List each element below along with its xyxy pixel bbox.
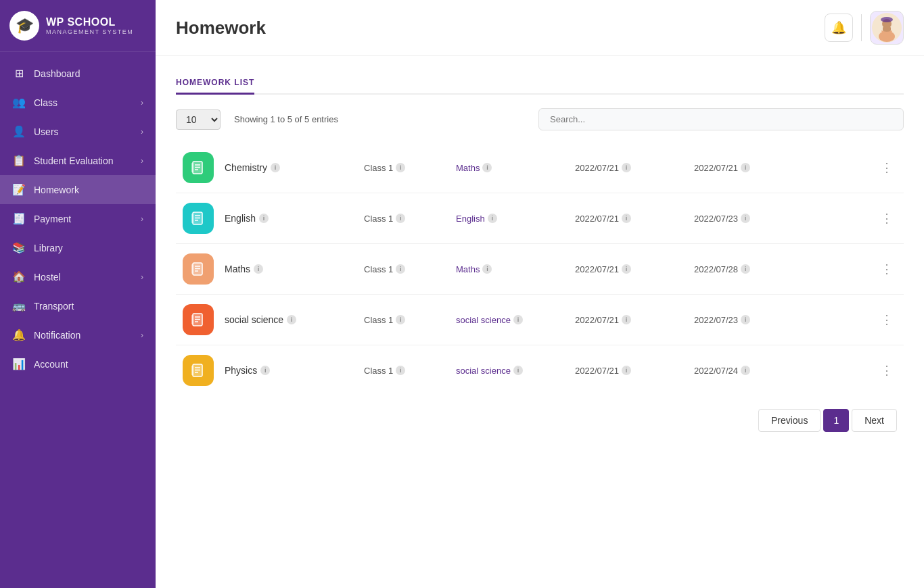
page-title: Homework <box>176 18 266 39</box>
sidebar-item-class[interactable]: 👥 Class › <box>0 88 156 117</box>
sidebar-item-dashboard[interactable]: ⊞ Dashboard <box>0 59 156 88</box>
homework-date1-info-0[interactable]: i <box>622 163 631 172</box>
homework-date2-2: 2022/07/28 i <box>694 264 866 274</box>
homework-subject-4: social science i <box>456 366 564 376</box>
homework-class-info-2[interactable]: i <box>396 264 405 274</box>
homework-date2-info-0[interactable]: i <box>741 163 750 172</box>
homework-actions-4[interactable]: ⋮ <box>877 363 897 378</box>
sidebar-label-account: Account <box>34 359 143 370</box>
homework-name-3: social science i <box>225 314 353 325</box>
sidebar-label-hostel: Hostel <box>34 272 133 283</box>
entries-select[interactable]: 10 5 25 50 100 <box>176 109 221 130</box>
homework-subject-info-2[interactable]: i <box>482 264 492 274</box>
svg-point-4 <box>881 17 893 22</box>
homework-date1-3: 2022/07/21 i <box>575 315 683 325</box>
homework-class-info-0[interactable]: i <box>396 163 405 172</box>
homework-date1-info-1[interactable]: i <box>622 214 631 223</box>
search-input[interactable] <box>538 108 904 130</box>
homework-actions-1[interactable]: ⋮ <box>877 211 897 226</box>
homework-name-0: Chemistry i <box>225 162 353 173</box>
page-1-button[interactable]: 1 <box>823 409 849 432</box>
sidebar-label-student-evaluation: Student Evaluation <box>34 155 133 166</box>
homework-subject-1: English i <box>456 214 564 224</box>
notebook-icon <box>190 210 206 226</box>
sidebar-icon-library: 📚 <box>12 241 26 254</box>
sidebar-icon-account: 📊 <box>12 358 26 370</box>
homework-name-info-3[interactable]: i <box>287 315 296 324</box>
homework-actions-0[interactable]: ⋮ <box>877 160 897 175</box>
sidebar-item-transport[interactable]: 🚌 Transport <box>0 291 156 320</box>
sidebar-label-class: Class <box>34 97 133 108</box>
homework-class-info-3[interactable]: i <box>396 315 405 324</box>
homework-subject-info-0[interactable]: i <box>482 163 492 172</box>
sidebar-item-homework[interactable]: 📝 Homework <box>0 175 156 204</box>
sidebar-item-library[interactable]: 📚 Library <box>0 233 156 262</box>
homework-class-info-1[interactable]: i <box>396 214 405 223</box>
homework-subject-info-3[interactable]: i <box>513 315 523 324</box>
pagination: Previous 1 Next <box>176 395 904 445</box>
next-button[interactable]: Next <box>852 409 897 432</box>
homework-name-2: Maths i <box>225 264 353 274</box>
homework-date1-1: 2022/07/21 i <box>575 214 683 224</box>
table-row: social science i Class 1 i social scienc… <box>176 295 904 345</box>
tab-bar: HOMEWORK LIST <box>176 72 904 95</box>
sidebar-item-student-evaluation[interactable]: 📋 Student Evaluation › <box>0 146 156 175</box>
sidebar-item-notification[interactable]: 🔔 Notification › <box>0 320 156 349</box>
sidebar-label-homework: Homework <box>34 185 143 195</box>
homework-name-info-0[interactable]: i <box>271 163 280 172</box>
sidebar-label-notification: Notification <box>34 330 133 341</box>
table-controls: 10 5 25 50 100 Showing 1 to 5 of 5 entri… <box>176 108 904 130</box>
homework-date1-4: 2022/07/21 i <box>575 366 683 376</box>
sidebar-arrow-student-evaluation: › <box>141 156 143 166</box>
table-row: Chemistry i Class 1 i Maths i 2022/07/21… <box>176 143 904 193</box>
sidebar-icon-transport: 🚌 <box>12 299 26 312</box>
sidebar-item-payment[interactable]: 🧾 Payment › <box>0 204 156 233</box>
content-area: HOMEWORK LIST 10 5 25 50 100 Showing 1 t… <box>156 56 924 588</box>
notebook-icon <box>190 362 206 378</box>
sidebar: 🎓 WP SCHOOL MANAGEMENT SYSTEM ⊞ Dashboar… <box>0 0 156 588</box>
sidebar-icon-student-evaluation: 📋 <box>12 154 26 167</box>
homework-date2-info-4[interactable]: i <box>741 366 750 375</box>
homework-class-4: Class 1 i <box>364 366 445 376</box>
svg-rect-22 <box>191 264 193 274</box>
notification-bell-button[interactable]: 🔔 <box>825 14 853 42</box>
sidebar-arrow-class: › <box>141 98 143 107</box>
homework-actions-3[interactable]: ⋮ <box>877 312 897 327</box>
sidebar-label-transport: Transport <box>34 301 143 312</box>
sidebar-item-account[interactable]: 📊 Account <box>0 349 156 378</box>
logo-subtitle: MANAGEMENT SYSTEM <box>46 28 133 35</box>
sidebar-arrow-hostel: › <box>141 272 143 282</box>
svg-rect-34 <box>191 366 193 375</box>
homework-date2-info-1[interactable]: i <box>741 214 750 223</box>
homework-date1-info-3[interactable]: i <box>622 315 631 324</box>
user-avatar[interactable] <box>870 11 904 45</box>
homework-name-1: English i <box>225 213 353 224</box>
homework-date2-info-3[interactable]: i <box>741 315 750 324</box>
homework-date1-info-2[interactable]: i <box>622 264 631 274</box>
homework-date1-0: 2022/07/21 i <box>575 163 683 173</box>
homework-subject-info-4[interactable]: i <box>513 366 523 375</box>
homework-class-info-4[interactable]: i <box>396 366 405 375</box>
homework-date1-info-4[interactable]: i <box>622 366 631 375</box>
sidebar-item-hostel[interactable]: 🏠 Hostel › <box>0 262 156 291</box>
homework-name-4: Physics i <box>225 365 353 376</box>
sidebar-item-users[interactable]: 👤 Users › <box>0 117 156 146</box>
homework-date2-info-2[interactable]: i <box>741 264 750 274</box>
entries-select-wrapper: 10 5 25 50 100 <box>176 109 221 130</box>
homework-actions-2[interactable]: ⋮ <box>877 262 897 276</box>
tab-homework-list[interactable]: HOMEWORK LIST <box>176 72 254 95</box>
homework-icon-2 <box>183 253 214 285</box>
homework-subject-2: Maths i <box>456 264 564 274</box>
notebook-icon <box>190 261 206 277</box>
homework-name-info-2[interactable]: i <box>254 264 263 274</box>
homework-subject-3: social science i <box>456 315 564 325</box>
sidebar-icon-hostel: 🏠 <box>12 270 26 283</box>
homework-name-info-1[interactable]: i <box>259 214 269 223</box>
logo-text: WP SCHOOL MANAGEMENT SYSTEM <box>46 16 133 35</box>
table-row: Maths i Class 1 i Maths i 2022/07/21 i 2… <box>176 244 904 295</box>
table-row: English i Class 1 i English i 2022/07/21… <box>176 193 904 244</box>
homework-name-info-4[interactable]: i <box>260 366 270 375</box>
sidebar-label-users: Users <box>34 126 133 137</box>
homework-subject-info-1[interactable]: i <box>488 214 497 223</box>
previous-button[interactable]: Previous <box>758 409 821 432</box>
